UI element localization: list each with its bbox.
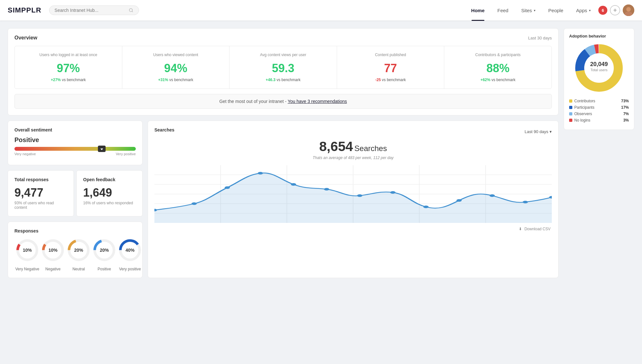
legend-pct: 73% bbox=[621, 99, 629, 103]
add-button[interactable]: + bbox=[610, 5, 620, 15]
sentiment-marker bbox=[98, 146, 106, 152]
svg-point-37 bbox=[390, 191, 396, 194]
metric-label: Contributors & participants bbox=[449, 53, 546, 58]
adoption-donut-svg: 20,049 Total users bbox=[573, 42, 625, 94]
recommendation-link[interactable]: You have 3 recommendations bbox=[288, 99, 347, 104]
responses-title: Responses bbox=[14, 228, 136, 233]
searches-label: Searches bbox=[354, 144, 387, 153]
metric-value: 77 bbox=[342, 62, 439, 75]
svg-point-34 bbox=[291, 183, 296, 186]
search-input[interactable] bbox=[55, 8, 126, 13]
donut-item: 20% Neutral bbox=[66, 237, 91, 271]
legend-left: Participants bbox=[569, 105, 594, 110]
legend-label: No logins bbox=[574, 118, 590, 123]
metric-value: 97% bbox=[20, 62, 117, 75]
adoption-title: Adoption behavior bbox=[569, 34, 629, 38]
donut-item: 10% Negative bbox=[40, 237, 66, 271]
donut-svg: 40% bbox=[117, 237, 143, 263]
apps-dropdown-arrow: ▾ bbox=[589, 9, 591, 12]
metric-benchmark: +27% vs benchmark bbox=[20, 78, 117, 82]
svg-point-40 bbox=[490, 194, 495, 197]
svg-point-33 bbox=[258, 172, 263, 174]
nav-feed[interactable]: Feed bbox=[492, 5, 514, 16]
metric-value: 88% bbox=[449, 62, 546, 75]
metric-label: Content published bbox=[342, 53, 439, 58]
svg-text:20%: 20% bbox=[100, 248, 109, 253]
header: SIMPPLR Home Feed Sites ▾ People Apps ▾ … bbox=[0, 0, 642, 21]
metric-label: Users who logged in at least once bbox=[20, 53, 117, 58]
sentiment-card: Overall sentiment Positive bbox=[8, 121, 143, 165]
metric-benchmark: +46.3 vs benchmark bbox=[235, 78, 332, 82]
overview-header: Overview Last 30 days bbox=[14, 35, 552, 41]
searches-card: Searches Last 90 days ▾ 8,654 Searches T… bbox=[148, 121, 559, 278]
open-feedback-value: 1,649 bbox=[83, 186, 136, 199]
metric-item: Content published 77 -25 vs benchmark bbox=[337, 46, 445, 89]
sentiment-label: Positive bbox=[14, 136, 136, 144]
nav-apps[interactable]: Apps ▾ bbox=[571, 5, 596, 16]
nav-people[interactable]: People bbox=[543, 5, 568, 16]
two-stats-row: Total responses 9,477 93% of users who r… bbox=[8, 170, 143, 216]
metric-value: 59.3 bbox=[235, 62, 332, 75]
donut-svg: 20% bbox=[66, 237, 91, 263]
open-feedback-title: Open feedback bbox=[83, 177, 136, 182]
sentiment-bar-container: Very negative Very positive bbox=[14, 147, 136, 156]
legend-pct: 3% bbox=[623, 118, 629, 123]
very-negative-label: Very negative bbox=[14, 152, 36, 156]
open-feedback-sub: 16% of users who responded bbox=[83, 201, 136, 205]
search-bar[interactable] bbox=[49, 5, 139, 15]
total-responses-title: Total responses bbox=[14, 177, 67, 182]
legend-label: Participants bbox=[574, 105, 594, 110]
legend-left: Contributors bbox=[569, 99, 595, 103]
sites-dropdown-arrow: ▾ bbox=[534, 9, 535, 12]
donut-item: 20% Positive bbox=[91, 237, 117, 271]
svg-point-36 bbox=[357, 194, 362, 197]
last-days-label: Last 30 days bbox=[528, 36, 552, 40]
svg-text:Total users: Total users bbox=[590, 68, 608, 72]
metric-change: +27% bbox=[51, 78, 61, 82]
svg-point-0 bbox=[129, 9, 133, 12]
main-nav: Home Feed Sites ▾ People Apps ▾ 6 + bbox=[466, 4, 634, 16]
bottom-row: Overall sentiment Positive bbox=[8, 121, 559, 278]
metric-label: Users who viewed content bbox=[127, 53, 224, 58]
metric-value: 94% bbox=[127, 62, 224, 75]
svg-point-38 bbox=[423, 206, 429, 208]
donut-svg: 10% bbox=[40, 237, 66, 263]
avatar[interactable] bbox=[623, 4, 634, 16]
searches-period-label: Last 90 days bbox=[525, 129, 548, 134]
nav-sites[interactable]: Sites ▾ bbox=[516, 5, 541, 16]
nav-home[interactable]: Home bbox=[466, 5, 490, 16]
metric-benchmark: +62% vs benchmark bbox=[449, 78, 546, 82]
download-csv-button[interactable]: ⬇ Download CSV bbox=[154, 227, 552, 231]
metric-change: -25 bbox=[375, 78, 381, 82]
legend-item: Observers 7% bbox=[569, 112, 629, 116]
metric-change: +31% bbox=[158, 78, 168, 82]
download-icon: ⬇ bbox=[519, 227, 522, 231]
svg-point-2 bbox=[626, 7, 631, 12]
metric-change: +62% bbox=[481, 78, 490, 82]
overview-title: Overview bbox=[14, 35, 37, 41]
metric-change: +46.3 bbox=[266, 78, 275, 82]
very-positive-label: Very positive bbox=[116, 152, 136, 156]
metric-item: Users who viewed content 94% +31% vs ben… bbox=[122, 46, 230, 89]
donut-item: 10% Very Negative bbox=[14, 237, 40, 271]
metric-item: Contributors & participants 88% +62% vs … bbox=[444, 46, 551, 89]
svg-point-32 bbox=[225, 186, 230, 189]
adoption-donut: 20,049 Total users bbox=[569, 42, 629, 95]
notification-badge[interactable]: 6 bbox=[598, 6, 607, 15]
metric-item: Users who logged in at least once 97% +2… bbox=[15, 46, 122, 89]
responses-card: Responses 10% Very Negative 10% Negative… bbox=[8, 222, 143, 278]
total-responses-sub: 93% of users who read content bbox=[14, 201, 67, 210]
donut-label: Neutral bbox=[66, 267, 91, 271]
legend-left: No logins bbox=[569, 118, 590, 123]
legend-pct: 17% bbox=[621, 105, 629, 110]
recommendation-text: Get the most out of your intranet - bbox=[219, 99, 288, 104]
adoption-card: Adoption behavior 20,049 Total users bbox=[564, 28, 634, 130]
sentiment-column: Overall sentiment Positive bbox=[8, 121, 143, 278]
svg-point-35 bbox=[324, 188, 329, 190]
searches-period-select[interactable]: Last 90 days ▾ bbox=[525, 129, 552, 134]
total-responses-box: Total responses 9,477 93% of users who r… bbox=[8, 170, 74, 216]
searches-period-dropdown-icon: ▾ bbox=[550, 129, 552, 134]
searches-big-stat: 8,654 Searches bbox=[154, 139, 552, 154]
legend-pct: 7% bbox=[623, 112, 629, 116]
adoption-legend: Contributors 73% Participants 17% Observ… bbox=[569, 99, 629, 123]
